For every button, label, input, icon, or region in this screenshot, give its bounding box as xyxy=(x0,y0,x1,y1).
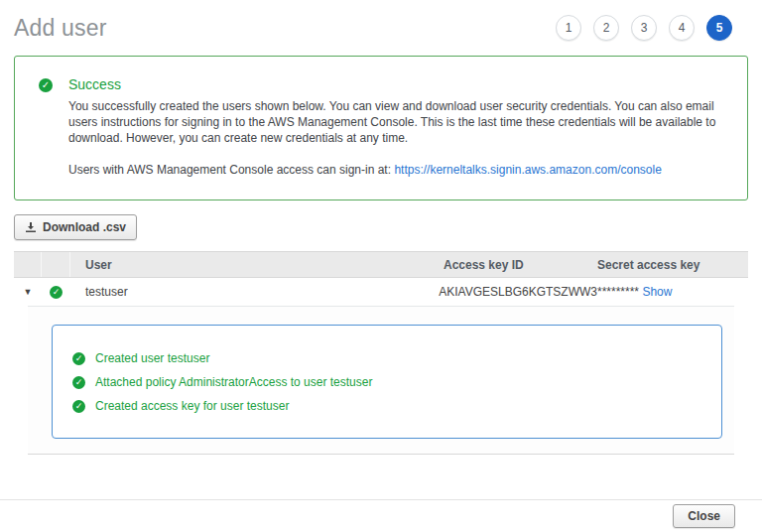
row-status-cell: ✓ xyxy=(42,286,70,299)
signin-line: Users with AWS Management Console access… xyxy=(68,162,723,178)
user-success-check-icon: ✓ xyxy=(50,286,63,299)
secret-masked-value: ********* xyxy=(597,285,639,299)
footer-bar: Close xyxy=(0,499,762,532)
caret-down-icon[interactable]: ▼ xyxy=(24,287,33,297)
close-button[interactable]: Close xyxy=(673,504,735,528)
detail-check-icon: ✓ xyxy=(72,352,85,365)
users-table: User Access key ID Secret access key ▼ ✓… xyxy=(14,251,748,455)
download-csv-label: Download .csv xyxy=(43,220,126,234)
success-body-text: You successfully created the users shown… xyxy=(68,98,723,146)
header-user: User xyxy=(70,258,444,272)
detail-text: Attached policy AdministratorAccess to u… xyxy=(95,375,372,389)
signin-console-link[interactable]: https://kerneltalks.signin.aws.amazon.co… xyxy=(394,163,661,177)
detail-check-icon: ✓ xyxy=(72,376,85,389)
header-access-key-id: Access key ID xyxy=(444,258,597,272)
wizard-steps: 1 2 3 4 5 xyxy=(556,15,732,41)
step-4[interactable]: 4 xyxy=(669,15,695,41)
success-title: Success xyxy=(68,76,723,92)
success-check-icon: ✓ xyxy=(39,78,53,92)
add-user-page: Add user 1 2 3 4 5 ✓ Success You success… xyxy=(0,0,762,532)
page-title: Add user xyxy=(14,15,107,42)
list-item: ✓ Attached policy AdministratorAccess to… xyxy=(72,375,701,389)
page-header: Add user 1 2 3 4 5 xyxy=(0,0,762,54)
show-secret-link[interactable]: Show xyxy=(642,285,672,299)
user-name-cell: testuser xyxy=(70,285,439,299)
step-3[interactable]: 3 xyxy=(631,15,657,41)
table-header: User Access key ID Secret access key xyxy=(14,251,748,278)
secret-key-cell: ********* Show xyxy=(597,285,748,299)
download-row: Download .csv xyxy=(14,214,748,240)
success-banner-content: Success You successfully created the use… xyxy=(68,76,723,178)
detail-text: Created access key for user testuser xyxy=(95,399,289,413)
row-expand-cell[interactable]: ▼ xyxy=(14,287,42,297)
header-caret-cell xyxy=(14,252,42,277)
header-status-cell xyxy=(42,252,70,277)
header-secret-access-key: Secret access key xyxy=(597,258,748,272)
step-5-active[interactable]: 5 xyxy=(706,15,732,41)
step-1[interactable]: 1 xyxy=(556,15,581,41)
download-csv-button[interactable]: Download .csv xyxy=(14,214,137,240)
list-item: ✓ Created user testuser xyxy=(72,351,701,365)
detail-check-icon: ✓ xyxy=(72,400,85,413)
detail-text: Created user testuser xyxy=(95,351,209,365)
list-item: ✓ Created access key for user testuser xyxy=(72,399,701,413)
signin-prefix: Users with AWS Management Console access… xyxy=(68,163,394,177)
creation-details-box: ✓ Created user testuser ✓ Attached polic… xyxy=(52,325,722,439)
expanded-row-region: ✓ Created user testuser ✓ Attached polic… xyxy=(28,306,734,455)
step-2[interactable]: 2 xyxy=(593,15,619,41)
access-key-id-cell: AKIAVGESLBG6KGTSZWW3 xyxy=(439,285,597,299)
download-icon xyxy=(25,221,37,233)
table-row: ▼ ✓ testuser AKIAVGESLBG6KGTSZWW3 ******… xyxy=(14,278,748,306)
success-banner: ✓ Success You successfully created the u… xyxy=(14,56,748,200)
